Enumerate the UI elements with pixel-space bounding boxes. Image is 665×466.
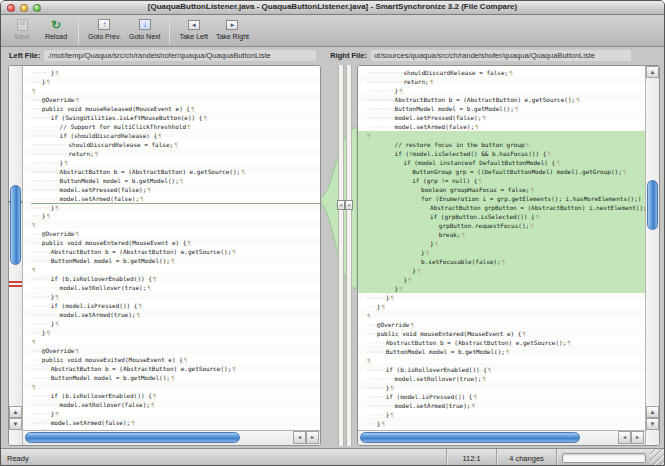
code-line: ············}¶ [31, 158, 320, 167]
scroll-up-arrow[interactable]: ▲ [646, 66, 659, 78]
code-line: ········if (SwingUtilities.isLeftMouseBu… [31, 113, 320, 122]
goto-prev-button[interactable]: ↑ Goto Prev. [84, 17, 125, 45]
left-code-view[interactable]: ········}¶····}¶¶····@Override¶····publi… [23, 66, 320, 430]
code-line: ····}¶ [31, 328, 320, 337]
toolbar: Save ↻ Reload ↑ Goto Prev. ↓ Goto Next ◂… [1, 15, 664, 47]
right-horizontal-scrollbar[interactable]: ◂ ▸ [358, 430, 645, 445]
code-line: ············model.setArmed(false);¶ [366, 122, 645, 131]
code-line: ············// Support for multiClickThr… [31, 122, 320, 131]
code-line: ¶ [31, 337, 320, 346]
toolbar-separator [169, 18, 170, 44]
save-button[interactable]: Save [5, 17, 39, 45]
right-file-path[interactable]: ot/sources/quaqua/src/ch/randelshofer/qu… [371, 50, 631, 61]
merge-to-right-button[interactable]: « [345, 200, 353, 210]
code-line: ¶ [31, 86, 320, 95]
code-line: ¶ [31, 382, 320, 391]
scroll-up-arrow[interactable]: ▲ [9, 406, 22, 418]
resize-grip[interactable] [650, 449, 664, 466]
code-line: ············AbstractButton b = (Abstract… [366, 95, 645, 104]
right-file-label: Right File: [330, 51, 367, 60]
left-horizontal-scrollbar[interactable]: ◂ ▸ [23, 430, 320, 445]
goto-next-label: Goto Next [129, 33, 161, 40]
code-line: ········model.setArmed(false);¶ [31, 418, 320, 427]
right-editor-pane[interactable]: ················shouldDiscardRelease = f… [357, 65, 660, 446]
right-code-view[interactable]: ················shouldDiscardRelease = f… [358, 66, 645, 430]
code-line: ¶ [366, 356, 645, 365]
progress-bar [562, 453, 646, 463]
left-editor-pane[interactable]: ▲ ▼ ········}¶····}¶¶····@Override¶····p… [8, 65, 321, 446]
code-line: ····@Override¶ [31, 95, 320, 104]
file-label-bar: Left File: ./mot/temp/Quaqua/src/ch/rand… [1, 47, 664, 64]
code-line: ····@Override¶ [31, 229, 320, 238]
code-line: ········}¶ [31, 292, 320, 301]
left-vertical-scrollbar[interactable]: ▲ ▼ [9, 66, 23, 445]
code-line: ········}¶ [31, 68, 320, 77]
code-line: ····················if (grp != null) {¶ [358, 176, 645, 185]
code-line: ····························AbstractButt… [358, 203, 645, 212]
scroll-left-arrow[interactable]: ◂ [618, 431, 631, 444]
code-line: ········if (model.isPressed()) {¶ [31, 301, 320, 310]
right-hscroll-thumb[interactable] [360, 432, 580, 443]
take-left-button[interactable]: ◂ Take Left [175, 17, 211, 45]
code-line: ········AbstractButton b = (AbstractButt… [31, 247, 320, 256]
code-line: ············model.setArmed(true);¶ [366, 401, 645, 410]
code-line: ········}¶ [366, 383, 645, 392]
scroll-up-arrow[interactable]: ▲ [646, 406, 659, 418]
diff-marker-red [9, 285, 22, 287]
take-left-icon: ◂ [188, 20, 200, 30]
take-right-icon: ▸ [226, 20, 238, 30]
code-line: ····public void mouseExited(MouseEvent e… [31, 355, 320, 364]
reload-button[interactable]: ↻ Reload [39, 17, 73, 45]
code-line: ················}¶ [358, 275, 645, 284]
scroll-right-arrow[interactable]: ▸ [306, 431, 319, 444]
code-line: ········}¶ [31, 203, 320, 211]
reload-label: Reload [45, 33, 67, 40]
code-line: ········}¶ [31, 319, 320, 328]
code-line: ········if (b.isRolloverEnabled()) {¶ [366, 365, 645, 374]
scroll-left-arrow[interactable]: ◂ [293, 431, 306, 444]
code-line: ¶ [358, 131, 645, 140]
code-line: ····················}¶ [358, 266, 645, 275]
code-line: ····}¶ [366, 302, 645, 311]
code-line: ································grpButto… [358, 221, 645, 230]
scroll-down-arrow[interactable]: ▼ [646, 418, 659, 430]
code-line: ························b.setFocusable(f… [358, 257, 645, 266]
compare-area: ▲ ▼ ········}¶····}¶¶····@Override¶····p… [1, 64, 665, 448]
merge-to-left-button[interactable]: « [337, 200, 345, 210]
code-line: ················return;¶ [31, 149, 320, 158]
code-line: ····public void mouseEntered(MouseEvent … [366, 329, 645, 338]
code-line: ········}¶ [366, 293, 645, 302]
status-change-count: 4 changes [496, 449, 556, 466]
left-overview-strip [338, 65, 344, 446]
status-progress-cell [556, 449, 650, 466]
goto-next-button[interactable]: ↓ Goto Next [125, 17, 165, 45]
code-line: ············model.setArmed(true);¶ [31, 310, 320, 319]
right-vscroll-thumb[interactable] [647, 180, 658, 230]
titlebar[interactable]: [QuaquaButtonListener.java - QuaquaButto… [1, 1, 664, 15]
code-line: ····public void mouseReleased(MouseEvent… [31, 104, 320, 113]
code-line: ········if (b.isRolloverEnabled()) {¶ [31, 391, 320, 400]
status-cursor-position: 112:1 [446, 449, 496, 466]
status-ready: Ready [1, 449, 446, 466]
code-line: ························for (Enumeration… [358, 194, 645, 203]
code-line: ········AbstractButton b = (AbstractButt… [366, 338, 645, 347]
scroll-right-arrow[interactable]: ▸ [631, 431, 644, 444]
left-vscroll-thumb[interactable] [10, 185, 21, 265]
code-line: ························boolean groupHas… [358, 185, 645, 194]
code-line: ············model.setRollover(true);¶ [366, 374, 645, 383]
left-hscroll-thumb[interactable] [25, 432, 240, 443]
app-window: [QuaquaButtonListener.java - QuaquaButto… [0, 0, 665, 466]
right-vertical-scrollbar[interactable]: ▲ ▲ ▼ [645, 66, 659, 445]
code-line: ················if (model instanceof Def… [358, 158, 645, 167]
code-line: ············AbstractButton b = (Abstract… [31, 167, 320, 176]
scroll-down-arrow[interactable]: ▼ [9, 418, 22, 430]
right-overview-strip [346, 65, 352, 446]
code-line: ········ButtonModel model = b.getModel()… [31, 256, 320, 265]
code-line: ¶ [31, 220, 320, 229]
take-right-button[interactable]: ▸ Take Right [212, 17, 253, 45]
code-line: ············ButtonModel model = b.getMod… [31, 176, 320, 185]
code-line: ············// restore focus in the butt… [358, 140, 645, 149]
code-line: ····························}¶ [358, 239, 645, 248]
code-line: ················shouldDiscardRelease = f… [31, 140, 320, 149]
left-file-path[interactable]: ./mot/temp/Quaqua/src/ch/randelshofer/qu… [44, 50, 316, 61]
